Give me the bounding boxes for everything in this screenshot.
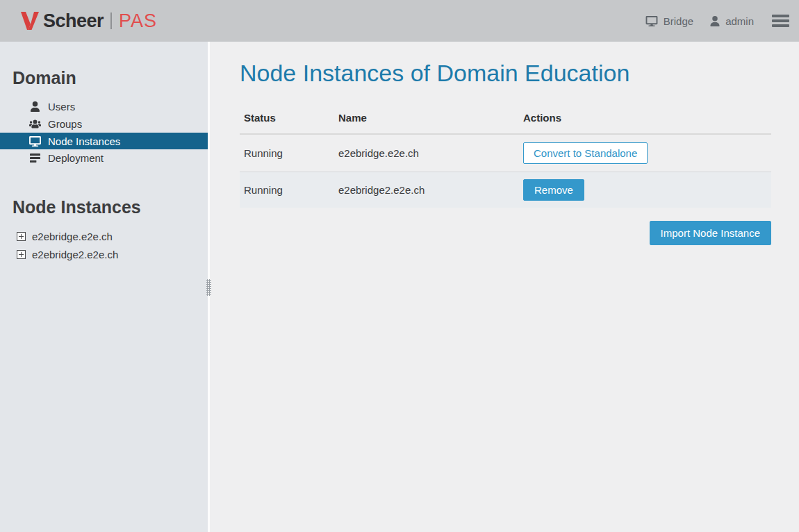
scheer-logo-icon — [21, 12, 40, 30]
actions-cell: Remove — [523, 179, 771, 201]
node-instances-table: Status Name Actions Running e2ebridge.e2… — [240, 102, 771, 208]
sidebar-item-users[interactable]: Users — [0, 98, 208, 115]
bridge-label: Bridge — [664, 15, 693, 27]
tree-item-e2ebridge[interactable]: e2ebridge.e2e.ch — [0, 227, 208, 245]
actions-cell: Convert to Standalone — [523, 142, 771, 164]
users-icon — [29, 119, 41, 129]
sidebar-item-label: Groups — [48, 118, 82, 130]
menu-bar — [772, 15, 789, 17]
domain-nav: Users Groups Node Instances — [0, 98, 208, 167]
name-cell: e2ebridge2.e2e.ch — [338, 184, 523, 196]
expand-plus-icon[interactable] — [17, 232, 26, 241]
sidebar-item-deployment[interactable]: Deployment — [0, 149, 208, 167]
user-icon — [710, 16, 720, 26]
brand-logo[interactable]: Scheer PAS — [21, 10, 157, 32]
remove-button[interactable]: Remove — [523, 179, 584, 201]
import-node-instance-button[interactable]: Import Node Instance — [650, 221, 771, 245]
sidebar-domain-heading: Domain — [13, 68, 208, 88]
bridge-link[interactable]: Bridge — [645, 15, 693, 27]
user-icon — [29, 101, 41, 112]
monitor-icon — [645, 16, 658, 26]
sidebar-resize-handle[interactable] — [206, 279, 211, 296]
monitor-icon — [29, 136, 41, 147]
convert-to-standalone-button[interactable]: Convert to Standalone — [523, 142, 648, 164]
sidebar-instances-heading: Node Instances — [13, 197, 208, 217]
instances-tree: e2ebridge.e2e.ch e2ebridge2.e2e.ch — [0, 227, 208, 263]
deployment-icon — [29, 153, 41, 163]
sidebar-item-label: Deployment — [48, 152, 104, 164]
column-header-name: Name — [338, 112, 523, 124]
table-row: Running e2ebridge.e2e.ch Convert to Stan… — [240, 135, 771, 172]
table-header: Status Name Actions — [240, 102, 771, 135]
tree-item-label: e2ebridge.e2e.ch — [32, 231, 113, 242]
expand-plus-icon[interactable] — [17, 250, 26, 259]
tree-item-e2ebridge2[interactable]: e2ebridge2.e2e.ch — [0, 245, 208, 263]
sidebar: Domain Users Groups Node Instances — [0, 42, 210, 532]
page-title: Node Instances of Domain Education — [240, 60, 771, 87]
user-label: admin — [725, 15, 754, 27]
column-header-status: Status — [244, 112, 338, 124]
column-header-actions: Actions — [523, 112, 771, 124]
menu-bar — [772, 24, 789, 27]
brand-name: Scheer — [43, 10, 104, 32]
brand-divider — [110, 13, 112, 29]
content-area: Domain Users Groups Node Instances — [0, 42, 799, 532]
sidebar-item-label: Node Instances — [48, 135, 120, 147]
name-cell: e2ebridge.e2e.ch — [338, 147, 523, 159]
app-header: Scheer PAS Bridge admin — [0, 0, 799, 42]
menu-bar — [772, 19, 789, 22]
brand-suffix: PAS — [119, 10, 157, 32]
status-cell: Running — [244, 147, 338, 159]
import-button-row: Import Node Instance — [240, 221, 771, 245]
sidebar-item-label: Users — [48, 101, 75, 113]
table-row: Running e2ebridge2.e2e.ch Remove — [240, 172, 771, 208]
main-panel: Node Instances of Domain Education Statu… — [210, 42, 799, 532]
header-actions: Bridge admin — [629, 13, 789, 28]
menu-button[interactable] — [772, 13, 789, 28]
sidebar-item-groups[interactable]: Groups — [0, 115, 208, 133]
tree-item-label: e2ebridge2.e2e.ch — [32, 249, 118, 260]
status-cell: Running — [244, 184, 338, 196]
sidebar-item-node-instances[interactable]: Node Instances — [0, 133, 208, 149]
user-menu[interactable]: admin — [710, 15, 754, 27]
